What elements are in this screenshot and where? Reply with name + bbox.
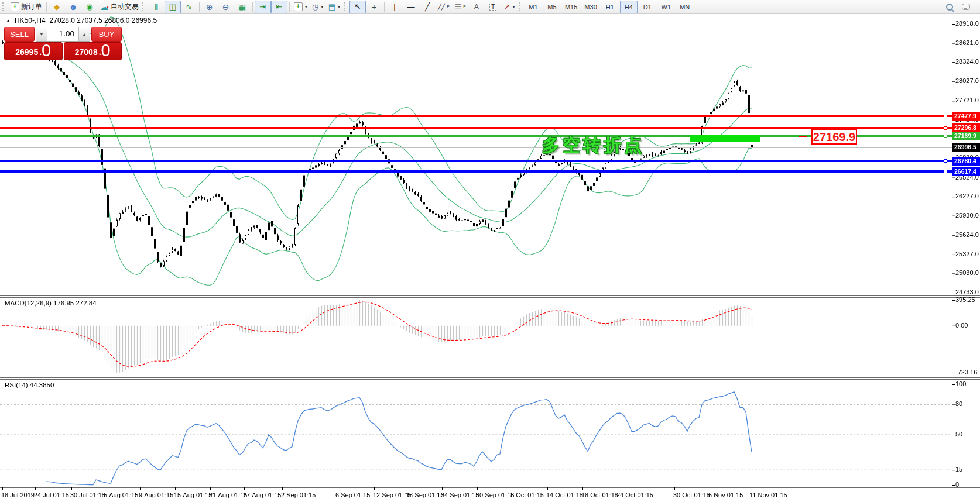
- tab-m5[interactable]: M5: [543, 1, 561, 13]
- line-chart-button[interactable]: ∿: [181, 1, 197, 13]
- panel-collapse-icon[interactable]: ▲: [6, 18, 11, 23]
- callout-text: 27169.9: [813, 130, 855, 143]
- signals-icon: ◉: [86, 3, 92, 11]
- volume-decrease-button[interactable]: ▼: [36, 27, 47, 41]
- volume-increase-button[interactable]: ▲: [78, 27, 90, 41]
- profile-button[interactable]: ☻: [65, 1, 81, 13]
- symbol-label: HK50-,H4: [15, 16, 46, 25]
- auto-scroll-icon: ⇥: [259, 3, 266, 11]
- tab-m15[interactable]: M15: [562, 1, 580, 13]
- autotrading-label: 自动交易: [111, 2, 139, 12]
- chevron-down-icon: ▾: [338, 4, 340, 9]
- chevron-down-icon: ▾: [305, 4, 307, 9]
- tab-h4[interactable]: H4: [620, 1, 638, 13]
- cursor-icon: ↖: [355, 3, 361, 11]
- rsi-indicator-label: RSI(14) 44.3850: [5, 381, 54, 388]
- arrows-button[interactable]: ↗ ▾: [501, 1, 518, 13]
- turning-point-annotation[interactable]: 多空转折点: [542, 133, 645, 157]
- sell-price: 26995: [15, 47, 38, 57]
- wallet-icon: ◆: [54, 3, 60, 11]
- text-icon: A: [474, 3, 479, 11]
- fibonacci-button[interactable]: ☰F: [452, 1, 468, 13]
- buy-price: 27008: [75, 47, 98, 57]
- callout-connector: [799, 136, 807, 137]
- chart-title: ▲ HK50-,H4 27028.0 27037.5 26806.0 26996…: [6, 16, 157, 25]
- macd-indicator-label: MACD(12,26,9) 176.95 272.84: [5, 300, 97, 307]
- text-label-icon: T: [489, 4, 496, 11]
- template-icon: ▤: [328, 3, 335, 11]
- wallet-button[interactable]: ◆: [49, 1, 65, 13]
- tab-w1[interactable]: W1: [657, 1, 675, 13]
- autotrading-stop-dot-icon: ●: [107, 5, 109, 9]
- separator: [289, 2, 290, 12]
- vertical-line-button[interactable]: |: [386, 1, 403, 13]
- auto-scroll-button[interactable]: ⇥: [255, 1, 271, 13]
- periods-button[interactable]: ◷ ▾: [310, 1, 326, 13]
- one-click-trade-panel: SELL ▼ 1.00 ▲ BUY 26995 . 0 27008 . 0: [4, 27, 122, 60]
- search-icon: [946, 4, 953, 11]
- tab-m30[interactable]: M30: [581, 1, 599, 13]
- buy-price-big-digit: 0: [101, 42, 111, 59]
- candlestick-chart-button[interactable]: ◫: [165, 1, 181, 13]
- tab-h1[interactable]: H1: [601, 1, 619, 13]
- text-button[interactable]: A: [468, 1, 485, 13]
- tab-m1[interactable]: M1: [525, 1, 542, 13]
- toolbar-drag-handle[interactable]: [142, 2, 146, 11]
- new-order-label: 新订单: [21, 2, 42, 12]
- zoom-in-button[interactable]: ⊕: [201, 1, 218, 13]
- autotrading-button[interactable]: ☁ ● 自动交易: [98, 1, 141, 13]
- new-order-button[interactable]: + 新订单: [8, 1, 44, 13]
- buy-price-box[interactable]: 27008 . 0: [64, 42, 122, 60]
- buy-button[interactable]: BUY: [91, 27, 122, 42]
- equidistant-channel-button[interactable]: ╱╱E: [436, 1, 452, 13]
- crosshair-button[interactable]: +: [366, 1, 382, 13]
- sell-button[interactable]: SELL: [4, 27, 35, 42]
- mt4-window: + 新订单 ◆ ☻ ◉ ☁ ● 自动交易 ||| ◫ ∿ ⊕: [0, 0, 980, 502]
- timeframe-group: M1M5M15M30H1H4D1W1MN: [525, 1, 694, 13]
- price-callout[interactable]: 27169.9: [811, 129, 857, 145]
- indicators-button[interactable]: + ▾: [292, 1, 310, 13]
- tab-mn[interactable]: MN: [676, 1, 694, 13]
- ohlc-values: 27028.0 27037.5 26806.0 26996.5: [50, 16, 157, 25]
- toolbar-drag-handle[interactable]: [344, 2, 347, 11]
- clock-icon: ◷: [312, 3, 318, 11]
- line-chart-icon: ∿: [186, 3, 192, 11]
- bar-chart-button[interactable]: |||: [148, 1, 165, 13]
- zoom-out-icon: ⊖: [222, 3, 229, 11]
- toolbar-drag-handle[interactable]: [2, 2, 6, 11]
- volume-input[interactable]: 1.00: [47, 27, 78, 41]
- toolbar-drag-handle[interactable]: [519, 2, 522, 11]
- signals-button[interactable]: ◉: [81, 1, 98, 13]
- sell-price-box[interactable]: 26995 . 0: [4, 42, 63, 60]
- fibonacci-icon: ☰: [454, 3, 461, 11]
- chat-button[interactable]: [958, 1, 974, 13]
- templates-button[interactable]: ▤ ▾: [326, 1, 342, 13]
- sell-price-big-digit: 0: [42, 42, 51, 59]
- chart-area: 27477.927296.827169.926780.426617.426996…: [0, 14, 980, 502]
- vertical-line-icon: |: [393, 3, 395, 11]
- horizontal-line-button[interactable]: —: [403, 1, 419, 13]
- price-chart-canvas[interactable]: [0, 14, 980, 502]
- crosshair-icon: +: [372, 2, 377, 11]
- chevron-down-icon: ▾: [321, 4, 323, 9]
- chart-shift-button[interactable]: ⇤: [271, 1, 287, 13]
- trendline-icon: ╱: [425, 3, 430, 11]
- tab-d1[interactable]: D1: [639, 1, 656, 13]
- zoom-out-button[interactable]: ⊖: [218, 1, 234, 13]
- cursor-button[interactable]: ↖: [349, 1, 366, 13]
- volume-spinner: ▼ 1.00 ▲: [36, 27, 90, 42]
- tile-windows-icon: ▦: [238, 3, 246, 11]
- indicators-icon: +: [294, 2, 303, 11]
- chart-shift-icon: ⇤: [276, 3, 282, 11]
- search-button[interactable]: [941, 1, 958, 13]
- main-toolbar: + 新订单 ◆ ☻ ◉ ☁ ● 自动交易 ||| ◫ ∿ ⊕: [0, 0, 980, 14]
- bar-chart-icon: |||: [155, 4, 157, 10]
- trendline-button[interactable]: ╱: [419, 1, 436, 13]
- separator: [199, 2, 200, 12]
- zoom-in-icon: ⊕: [206, 3, 213, 11]
- tile-windows-button[interactable]: ▦: [234, 1, 251, 13]
- horizontal-line-icon: —: [407, 3, 414, 11]
- profile-icon: ☻: [69, 3, 78, 11]
- text-label-button[interactable]: T: [485, 1, 501, 13]
- channel-icon: ╱╱: [438, 4, 445, 10]
